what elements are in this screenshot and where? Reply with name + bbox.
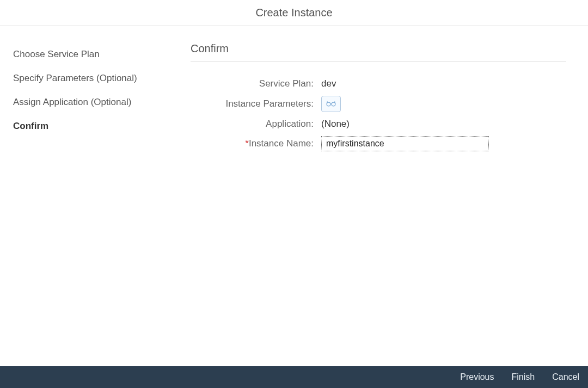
sidebar-item-confirm[interactable]: Confirm [13, 114, 174, 138]
row-instance-name: *Instance Name: [191, 136, 566, 151]
row-service-plan: Service Plan: dev [191, 78, 566, 89]
cancel-button[interactable]: Cancel [551, 370, 580, 384]
label-service-plan: Service Plan: [191, 78, 321, 89]
label-application: Application: [191, 119, 321, 130]
dialog-footer: Previous Finish Cancel [0, 366, 588, 388]
sidebar-item-label: Choose Service Plan [13, 49, 100, 59]
required-indicator: * [245, 138, 249, 149]
value-service-plan: dev [321, 78, 336, 89]
label-instance-parameters: Instance Parameters: [191, 98, 321, 109]
sidebar-item-assign-application[interactable]: Assign Application (Optional) [13, 90, 174, 114]
dialog-header: Create Instance [0, 0, 588, 26]
label-instance-name: *Instance Name: [191, 138, 321, 149]
view-parameters-button[interactable] [321, 96, 341, 112]
dialog-title: Create Instance [0, 7, 588, 19]
wizard-steps-sidebar: Choose Service Plan Specify Parameters (… [0, 26, 174, 366]
finish-button[interactable]: Finish [511, 370, 536, 384]
row-instance-parameters: Instance Parameters: [191, 96, 566, 112]
previous-button[interactable]: Previous [459, 370, 495, 384]
dialog-content: Choose Service Plan Specify Parameters (… [0, 26, 588, 366]
glasses-icon [326, 100, 336, 109]
value-application: (None) [321, 119, 350, 130]
sidebar-item-choose-service-plan[interactable]: Choose Service Plan [13, 42, 174, 66]
section-title: Confirm [191, 42, 566, 62]
sidebar-item-label: Specify Parameters (Optional) [13, 73, 137, 83]
main-panel: Confirm Service Plan: dev Instance Param… [174, 26, 588, 366]
sidebar-item-label: Confirm [13, 121, 48, 131]
instance-name-input[interactable] [321, 136, 489, 151]
row-application: Application: (None) [191, 119, 566, 130]
sidebar-item-specify-parameters[interactable]: Specify Parameters (Optional) [13, 66, 174, 90]
sidebar-item-label: Assign Application (Optional) [13, 97, 131, 107]
